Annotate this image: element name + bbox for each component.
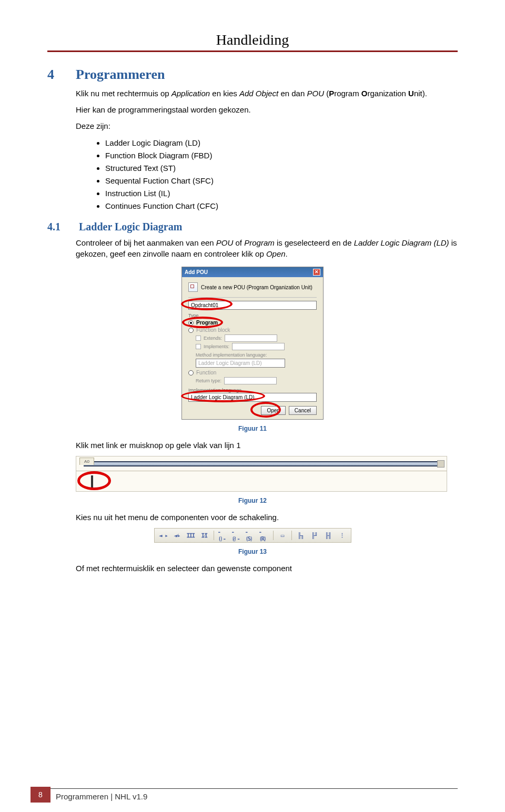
contact-no-icon[interactable]: ◄ ▸ (158, 530, 169, 541)
check-extends-label: Extends: (204, 336, 222, 341)
radio-function-label: Function (196, 370, 216, 375)
highlight-mark (77, 471, 111, 490)
text-italic: Ladder Logic Diagram (LD) (354, 238, 449, 247)
func-block-icon[interactable]: ▭ (277, 530, 288, 541)
after-fig13-text: Of met rechtermuisklik en selecteer dan … (76, 563, 458, 574)
text: en dan (278, 89, 307, 98)
subsection-title: Ladder Logic Diagram (79, 221, 182, 233)
figure-13-caption: Figuur 13 (47, 548, 458, 555)
subsection-heading: 4.1 Ladder Logic Diagram (47, 221, 458, 233)
check-implements-label: Implements: (204, 344, 229, 349)
dialog-title: Add POU (185, 269, 208, 275)
text: . (286, 249, 288, 258)
more-icon[interactable]: ⋮ (336, 530, 348, 541)
text: nit). (414, 89, 427, 98)
ladder-editor-strip: A0 (76, 456, 447, 492)
contact-parallel-nc-icon[interactable]: ⵊ⁄ⵊ (199, 530, 210, 541)
after-fig11-text: Klik met link er muisknop op gele vlak v… (76, 440, 458, 451)
subsection-number: 4.1 (47, 221, 68, 233)
intro-line2: Hier kan de programmeringstaal worden ge… (76, 104, 458, 115)
name-input[interactable] (188, 301, 317, 310)
page-number: 8 (31, 787, 50, 803)
text-italic: POU (307, 89, 324, 98)
contact-nc-icon[interactable]: ◄⁄▸ (171, 530, 183, 541)
radio-function[interactable] (188, 370, 194, 375)
editor-tab[interactable]: A0 (79, 458, 94, 465)
text: is geselecteerd en de (275, 238, 354, 247)
check-implements[interactable] (196, 344, 201, 349)
text: Controleer of bij het aanmaken van een (76, 238, 216, 247)
coil-reset-icon[interactable]: -⟮R⟯ (258, 530, 270, 541)
bullet-item: Function Block Diagram (FBD) (105, 149, 458, 162)
radio-function-block-label-visible: Function block (196, 327, 230, 333)
text: rganization (368, 89, 409, 98)
text: en kies (210, 89, 239, 98)
text: of (233, 238, 244, 247)
bullet-item: Sequental Fuction Chart (SFC) (105, 175, 458, 187)
after-fig12-text: Kies nu uit het menu de componenten voor… (76, 512, 458, 523)
method-dropdown[interactable] (196, 359, 285, 368)
text-italic: POU (216, 238, 234, 247)
bullet-item: Continues Function Chart (CFC) (105, 200, 458, 212)
subsection-paragraph: Controleer of bij het aanmaken van een P… (76, 237, 458, 259)
pou-icon (188, 282, 198, 292)
coil-icon[interactable]: -⟮⟯- (217, 530, 229, 541)
text: rogram (334, 89, 361, 98)
text-italic: Program (244, 238, 275, 247)
implements-input[interactable] (232, 343, 285, 350)
section-heading: 4 Programmeren (47, 67, 458, 83)
scroll-right-button[interactable] (437, 460, 445, 468)
bullet-item: Instruction List (IL) (105, 187, 458, 200)
scrollbar-area[interactable] (84, 461, 437, 466)
text-bold: U (408, 89, 414, 98)
impl-header: Implementation language (188, 388, 317, 393)
radio-program[interactable] (188, 320, 194, 326)
impl-language-dropdown[interactable] (188, 393, 317, 402)
branch-mid-icon[interactable]: ╟╢ (322, 530, 334, 541)
branch-close-icon[interactable]: ╟╜ (309, 530, 320, 541)
cancel-button[interactable]: Cancel (289, 406, 317, 415)
coil-negated-icon[interactable]: -⟮⁄⟯- (231, 530, 243, 541)
bullet-item: Ladder Logic Diagram (LD) (105, 137, 458, 149)
intro-line3: Deze zijn: (76, 120, 458, 131)
text-italic: Application (171, 89, 210, 98)
open-button[interactable]: Open (261, 406, 285, 415)
footer-text: Programmeren | NHL v1.9 (50, 788, 458, 801)
return-type-input[interactable] (224, 377, 277, 384)
text-bold: O (361, 89, 368, 98)
dialog-description: Create a new POU (Program Organization U… (201, 285, 312, 290)
section-title: Programmeren (76, 67, 165, 83)
text-italic: Add Object (239, 89, 278, 98)
text-bold: P (329, 89, 334, 98)
section-number: 4 (47, 67, 63, 83)
page-header: Handleiding (47, 32, 458, 52)
figure-11-caption: Figuur 11 (47, 425, 458, 432)
branch-open-icon[interactable]: ╟╖ (295, 530, 307, 541)
figure-12-caption: Figuur 12 (47, 497, 458, 504)
return-type-label: Return type: (196, 378, 221, 383)
method-label: Method implementation language: (196, 352, 317, 358)
close-icon[interactable]: ✕ (313, 269, 320, 276)
text: ( (324, 89, 329, 98)
contact-parallel-icon[interactable]: ⵊⵊⵊ (185, 530, 197, 541)
radio-function-block[interactable] (188, 328, 194, 333)
add-pou-dialog: Add POU ✕ Create a new POU (Program Orga… (181, 267, 324, 420)
radio-program-label: Program (196, 320, 218, 326)
check-extends[interactable] (196, 336, 201, 341)
intro-paragraph: Klik nu met rechtermuis op Application e… (76, 88, 458, 99)
page-footer: 8 Programmeren | NHL v1.9 (0, 787, 505, 803)
type-label: Type (188, 313, 317, 318)
dialog-titlebar: Add POU ✕ (182, 267, 323, 277)
text: Klik nu met rechtermuis op (76, 89, 171, 98)
ladder-toolbar: ◄ ▸ ◄⁄▸ ⵊⵊⵊ ⵊ⁄ⵊ -⟮⟯- -⟮⁄⟯- -⟮S⟯ -⟮R⟯ ▭ ╟… (154, 528, 351, 543)
bullet-item: Structured Text (ST) (105, 162, 458, 175)
text-italic: Open (266, 249, 286, 258)
coil-set-icon[interactable]: -⟮S⟯ (245, 530, 256, 541)
extends-input[interactable] (225, 334, 277, 342)
